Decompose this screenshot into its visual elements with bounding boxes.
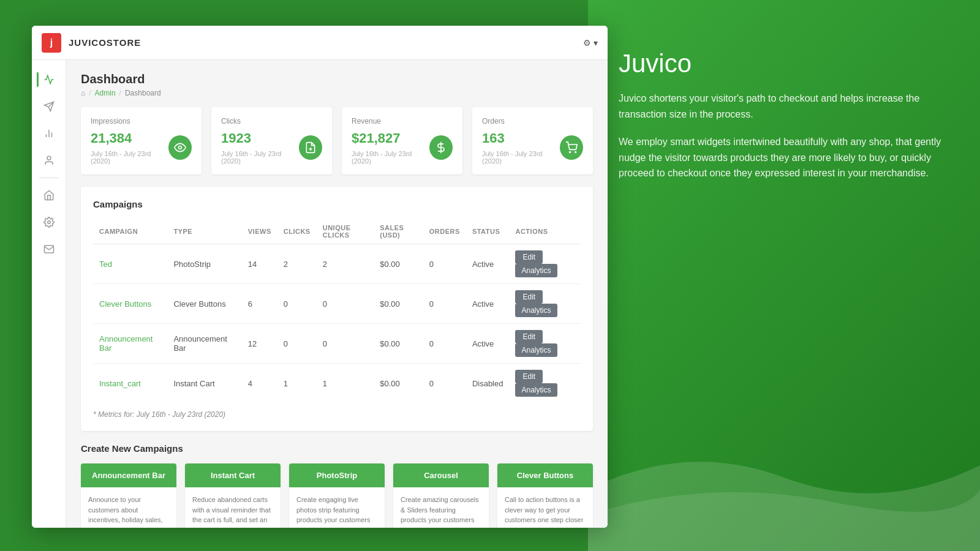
create-card-desc-1: Reduce abandoned carts with a visual rem… bbox=[185, 487, 281, 528]
sidebar-accent bbox=[37, 72, 39, 87]
status-1: Active bbox=[466, 284, 510, 324]
actions-3: EditAnalytics bbox=[509, 364, 581, 403]
cell-2-3: 0 bbox=[317, 324, 374, 364]
col-header-views: Views bbox=[242, 219, 277, 244]
sidebar-item-user[interactable] bbox=[37, 148, 61, 173]
breadcrumb-admin[interactable]: Admin bbox=[95, 89, 116, 97]
cell-1-4: $0.00 bbox=[374, 284, 423, 324]
table-row: Instant_cartInstant Cart411$0.000Disable… bbox=[93, 364, 581, 403]
metric-label-0: Impressions bbox=[91, 117, 192, 126]
topbar-right: ⚙ ▾ bbox=[583, 38, 598, 48]
col-header-unique-clicks: Unique Clicks bbox=[317, 219, 374, 244]
cell-2-0: Announcement Bar bbox=[167, 324, 241, 364]
create-card-desc-2: Create engaging live photos strip featur… bbox=[289, 487, 385, 528]
gear-icon: ⚙ bbox=[583, 38, 591, 48]
metric-value-0: 21,384 bbox=[91, 130, 168, 146]
status-0: Active bbox=[466, 244, 510, 284]
svg-point-11 bbox=[570, 152, 571, 153]
sidebar-item-chart[interactable] bbox=[37, 121, 61, 146]
create-campaign-card-2[interactable]: PhotoStrip Create engaging live photos s… bbox=[289, 463, 385, 528]
metric-value-1: 1923 bbox=[221, 130, 299, 146]
cell-3-0: Instant Cart bbox=[167, 364, 241, 403]
breadcrumb: ⌂ / Admin / Dashboard bbox=[81, 89, 593, 97]
metric-icon-3 bbox=[560, 135, 583, 160]
promo-paragraph2: We employ smart widgets intertwined beau… bbox=[619, 134, 962, 181]
create-campaign-card-0[interactable]: Announcement Bar Announce to your custom… bbox=[81, 463, 176, 528]
svg-point-6 bbox=[47, 221, 50, 224]
status-2: Active bbox=[466, 324, 510, 364]
metric-date-0: July 16th - July 23rd (2020) bbox=[91, 150, 168, 165]
metric-date-1: July 16th - July 23rd (2020) bbox=[221, 150, 299, 165]
svg-point-5 bbox=[47, 156, 51, 160]
campaigns-table: CampaignTypeViewsClicksUnique ClicksSale… bbox=[93, 219, 581, 403]
cell-2-5: 0 bbox=[423, 324, 466, 364]
create-card-title-4: Clever Buttons bbox=[497, 463, 593, 487]
create-card-title-1: Instant Cart bbox=[185, 463, 281, 487]
col-header-type: Type bbox=[167, 219, 241, 244]
col-header-orders: Orders bbox=[423, 219, 466, 244]
cell-1-3: 0 bbox=[317, 284, 374, 324]
page-header: Dashboard ⌂ / Admin / Dashboard bbox=[81, 72, 593, 97]
col-header-actions: Actions bbox=[509, 219, 581, 244]
cell-0-4: $0.00 bbox=[374, 244, 423, 284]
status-3: Disabled bbox=[466, 364, 510, 403]
metric-icon-0 bbox=[168, 135, 192, 160]
chevron-icon: ▾ bbox=[594, 38, 598, 48]
col-header-campaign: Campaign bbox=[93, 219, 167, 244]
sidebar-item-send[interactable] bbox=[37, 94, 61, 119]
metric-icon-1 bbox=[299, 135, 322, 160]
settings-button[interactable]: ⚙ ▾ bbox=[583, 38, 598, 48]
metric-label-1: Clicks bbox=[221, 117, 322, 126]
table-row: Clever ButtonsClever Buttons600$0.000Act… bbox=[93, 284, 581, 324]
sidebar-item-activity[interactable] bbox=[37, 67, 61, 92]
svg-point-12 bbox=[575, 152, 576, 153]
cell-2-2: 0 bbox=[277, 324, 317, 364]
analytics-button-2[interactable]: Analytics bbox=[515, 343, 557, 357]
cell-0-2: 2 bbox=[277, 244, 317, 284]
metrics-row: Impressions 21,384 July 16th - July 23rd… bbox=[81, 107, 593, 174]
campaign-link-1[interactable]: Clever Buttons bbox=[99, 299, 151, 309]
analytics-button-0[interactable]: Analytics bbox=[515, 264, 557, 277]
sidebar-item-mail[interactable] bbox=[37, 237, 61, 261]
cell-0-0: PhotoStrip bbox=[167, 244, 241, 284]
metric-icon-2 bbox=[429, 135, 453, 160]
campaigns-section: Campaigns CampaignTypeViewsClicksUnique … bbox=[81, 187, 593, 431]
analytics-button-3[interactable]: Analytics bbox=[515, 383, 557, 397]
create-card-desc-4: Call to action buttons is a clever way t… bbox=[497, 487, 593, 528]
campaign-link-0[interactable]: Ted bbox=[99, 260, 112, 269]
analytics-button-1[interactable]: Analytics bbox=[515, 304, 557, 317]
page-title: Dashboard bbox=[81, 72, 593, 86]
svg-point-7 bbox=[178, 146, 181, 149]
metric-date-2: July 16th - July 23rd (2020) bbox=[352, 150, 429, 165]
actions-2: EditAnalytics bbox=[509, 324, 581, 364]
sidebar-item-home[interactable] bbox=[37, 183, 61, 208]
edit-button-1[interactable]: Edit bbox=[515, 290, 543, 304]
create-campaign-card-3[interactable]: Carousel Create amazing carousels & Slid… bbox=[393, 463, 489, 528]
create-card-desc-0: Announce to your customers about incenti… bbox=[81, 487, 176, 528]
cell-2-4: $0.00 bbox=[374, 324, 423, 364]
metric-value-2: $21,827 bbox=[352, 130, 429, 146]
create-campaigns-section: Create New Campaigns Announcement Bar An… bbox=[81, 443, 593, 528]
topbar: j JUVICOSTORE ⚙ ▾ bbox=[32, 26, 608, 60]
app-logo: j bbox=[42, 33, 61, 53]
create-card-title-2: PhotoStrip bbox=[289, 463, 385, 487]
edit-button-0[interactable]: Edit bbox=[515, 250, 543, 264]
sidebar bbox=[32, 60, 66, 528]
main-content: Dashboard ⌂ / Admin / Dashboard Impressi… bbox=[66, 60, 608, 528]
create-campaigns-title: Create New Campaigns bbox=[81, 443, 593, 454]
metric-card-3: Orders 163 July 16th - July 23rd (2020) bbox=[472, 107, 593, 174]
edit-button-2[interactable]: Edit bbox=[515, 330, 543, 343]
create-card-title-0: Announcement Bar bbox=[81, 463, 176, 487]
campaign-link-2[interactable]: Announcement Bar bbox=[99, 334, 153, 353]
cell-3-2: 1 bbox=[277, 364, 317, 403]
col-header-sales-(usd): Sales (USD) bbox=[374, 219, 423, 244]
metric-value-3: 163 bbox=[482, 130, 560, 146]
sidebar-item-settings[interactable] bbox=[37, 210, 61, 234]
create-campaign-card-1[interactable]: Instant Cart Reduce abandoned carts with… bbox=[185, 463, 281, 528]
table-row: Announcement BarAnnouncement Bar1200$0.0… bbox=[93, 324, 581, 364]
campaign-link-3[interactable]: Instant_cart bbox=[99, 379, 141, 388]
create-campaign-card-4[interactable]: Clever Buttons Call to action buttons is… bbox=[497, 463, 593, 528]
promo-paragraph1: Juvico shortens your visitor's path to c… bbox=[619, 91, 962, 122]
col-header-clicks: Clicks bbox=[277, 219, 317, 244]
edit-button-3[interactable]: Edit bbox=[515, 370, 543, 383]
